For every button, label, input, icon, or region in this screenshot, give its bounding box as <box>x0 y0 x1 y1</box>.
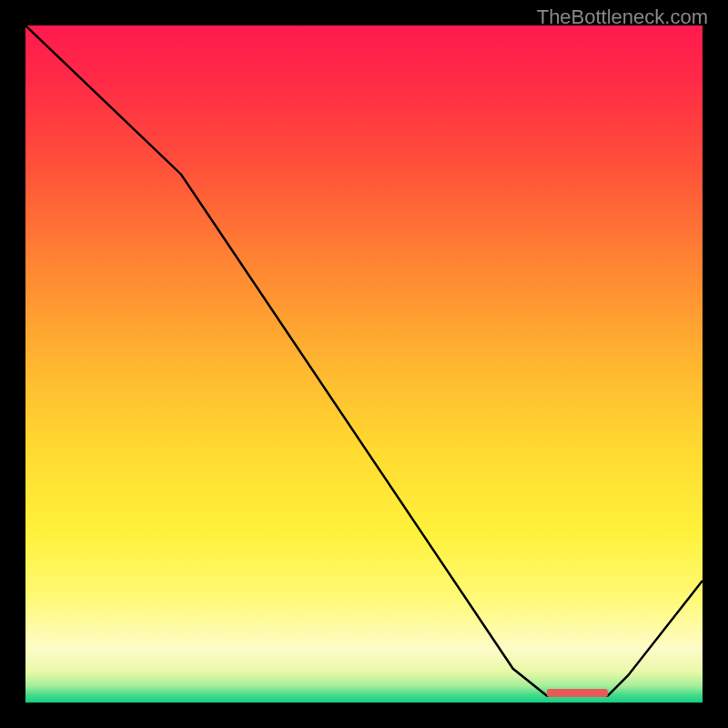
chart-background <box>25 25 703 703</box>
optimal-range-marker <box>547 689 608 697</box>
chart-svg <box>25 25 703 703</box>
chart-area <box>25 25 703 703</box>
watermark-text: TheBottleneck.com <box>537 5 708 29</box>
